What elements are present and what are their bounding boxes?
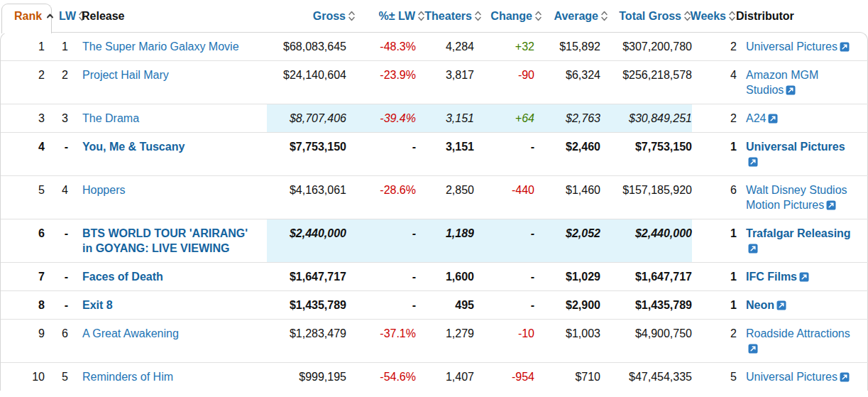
table-row: 7-Faces of Death$1,647,717-1,600-$1,029$… [1, 262, 868, 290]
last-week-cell: 6 [45, 320, 68, 362]
release-link[interactable]: Hoppers [82, 184, 125, 196]
release-link[interactable]: You, Me & Tuscany [82, 141, 185, 153]
theaters-cell: 4,284 [416, 33, 474, 60]
theaters-cell: 1,279 [416, 320, 474, 362]
last-week-cell: - [45, 291, 68, 319]
external-link-icon[interactable] [826, 200, 836, 210]
column-header-release: Release [67, 10, 266, 23]
external-link-icon[interactable] [748, 157, 758, 167]
gross-cell: $68,083,645 [267, 33, 346, 60]
theaters-cell: 1,189 [416, 219, 474, 262]
column-header-pct-lw[interactable]: %± LW [346, 10, 425, 23]
gross-cell: $4,163,061 [267, 176, 346, 219]
last-week-cell: 2 [45, 61, 68, 104]
last-week-cell: 1 [45, 33, 68, 60]
release-link[interactable]: BTS WORLD TOUR 'ARIRANG'in GOYANG: LIVE … [82, 227, 248, 254]
external-link-icon[interactable] [799, 272, 809, 282]
rank-header-label: Rank [14, 10, 42, 23]
average-cell: $710 [534, 363, 600, 391]
gross-cell: $2,440,000 [267, 219, 346, 262]
column-header-total-gross[interactable]: Total Gross [600, 10, 691, 23]
distributor-link[interactable]: IFC Films [746, 271, 797, 283]
total-gross-cell: $2,440,000 [600, 219, 692, 262]
distributor-link[interactable]: Neon [746, 299, 774, 311]
external-link-icon[interactable] [748, 244, 758, 254]
total-gross-cell: $256,218,578 [600, 61, 692, 104]
distributor-link[interactable]: Universal Pictures [746, 141, 845, 153]
total-gross-cell: $30,849,251 [600, 104, 692, 132]
change-cell: - [474, 219, 534, 262]
release-cell: Project Hail Mary [68, 61, 267, 104]
weeks-cell: 1 [692, 291, 737, 319]
weeks-cell: 1 [692, 219, 737, 262]
column-header-weeks[interactable]: Weeks [691, 10, 736, 23]
rank-cell: 1 [8, 33, 45, 60]
weeks-cell: 6 [692, 176, 737, 219]
pct-lw-cell: - [346, 133, 416, 175]
gross-cell: $8,707,406 [267, 104, 346, 132]
release-link[interactable]: Reminders of Him [82, 371, 173, 383]
distributor-link[interactable]: A24 [746, 112, 766, 124]
column-header-theaters[interactable]: Theaters [415, 10, 482, 23]
table-row: 8-Exit 8$1,435,789-495-$2,900$1,435,7891… [1, 290, 868, 319]
theaters-cell: 495 [416, 291, 474, 319]
release-cell: Exit 8 [68, 291, 267, 319]
release-cell: The Drama [68, 104, 267, 132]
external-link-icon[interactable] [786, 85, 796, 95]
gross-cell: $1,435,789 [267, 291, 346, 319]
average-cell: $6,324 [534, 61, 600, 104]
distributor-link[interactable]: Trafalgar Releasing [746, 227, 851, 239]
total-gross-cell: $4,900,750 [600, 320, 692, 362]
average-cell: $1,029 [534, 263, 600, 290]
distributor-cell: A24 [737, 104, 868, 132]
release-link[interactable]: Faces of Death [82, 271, 163, 283]
distributor-header-label: Distributor [736, 10, 794, 23]
distributor-link[interactable]: Universal Pictures [746, 371, 837, 383]
average-cell: $1,003 [534, 320, 600, 362]
table-row: 22Project Hail Mary$24,140,604-23.9%3,81… [1, 60, 868, 104]
distributor-cell: Universal Pictures [737, 363, 868, 391]
release-cell: You, Me & Tuscany [68, 133, 267, 175]
change-cell: - [474, 263, 534, 290]
change-cell: -90 [474, 61, 534, 104]
release-link[interactable]: The Drama [82, 112, 139, 124]
table-row: 6-BTS WORLD TOUR 'ARIRANG'in GOYANG: LIV… [1, 219, 868, 262]
distributor-link[interactable]: Amazon MGMStudios [746, 69, 818, 96]
distributor-cell: Universal Pictures [737, 33, 868, 60]
gross-header-label: Gross [313, 10, 346, 23]
pct-lw-cell: -28.6% [346, 176, 416, 219]
release-link[interactable]: The Super Mario Galaxy Movie [82, 40, 239, 53]
table-header-row: Rank LW Release Gross %± LW Theaters Cha… [0, 0, 868, 32]
column-header-distributor: Distributor [736, 10, 868, 23]
column-header-average[interactable]: Average [534, 10, 608, 23]
distributor-cell: IFC Films [737, 263, 868, 290]
rank-cell: 9 [8, 320, 45, 362]
external-link-icon[interactable] [840, 372, 850, 382]
column-header-change[interactable]: Change [473, 10, 542, 23]
release-header-label: Release [82, 10, 125, 23]
external-link-icon[interactable] [768, 114, 778, 124]
total-gross-cell: $47,454,335 [600, 363, 692, 391]
distributor-link[interactable]: Universal Pictures [746, 40, 837, 53]
weeks-cell: 2 [692, 104, 737, 132]
release-cell: The Super Mario Galaxy Movie [68, 33, 267, 60]
average-cell: $2,900 [534, 291, 600, 319]
pct-lw-cell: - [346, 263, 416, 290]
table-row: 54Hoppers$4,163,061-28.6%2,850-440$1,460… [1, 175, 868, 219]
gross-cell: $24,140,604 [267, 61, 346, 104]
release-cell: BTS WORLD TOUR 'ARIRANG'in GOYANG: LIVE … [68, 219, 267, 262]
external-link-icon[interactable] [776, 300, 786, 310]
column-header-gross[interactable]: Gross [266, 10, 356, 23]
distributor-link[interactable]: Roadside Attractions [746, 327, 850, 339]
external-link-icon[interactable] [748, 344, 758, 354]
weeks-cell: 1 [692, 133, 737, 175]
external-link-icon[interactable] [840, 42, 850, 52]
average-header-label: Average [554, 10, 598, 23]
column-header-rank[interactable]: Rank [7, 10, 44, 23]
release-cell: Reminders of Him [68, 363, 267, 391]
last-week-cell: - [45, 263, 68, 290]
total-gross-header-label: Total Gross [619, 10, 681, 23]
release-link[interactable]: A Great Awakening [82, 327, 179, 339]
release-link[interactable]: Project Hail Mary [82, 69, 169, 81]
release-link[interactable]: Exit 8 [82, 299, 113, 311]
